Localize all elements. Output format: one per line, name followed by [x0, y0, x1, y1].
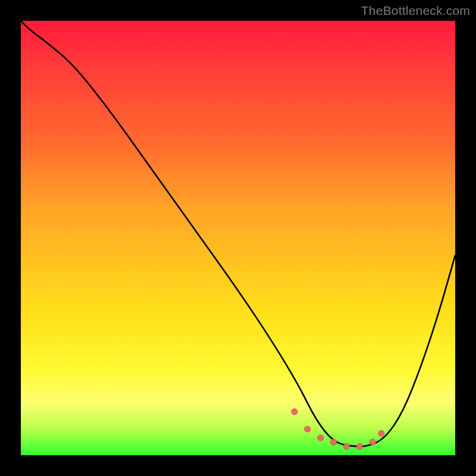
- chart-frame: TheBottleneck.com: [0, 0, 476, 476]
- bottleneck-curve-path: [21, 21, 455, 446]
- valley-marker: [369, 439, 375, 445]
- valley-marker: [378, 431, 384, 437]
- curve-layer: [21, 21, 455, 455]
- valley-marker: [344, 443, 350, 449]
- plot-area: [21, 21, 455, 455]
- valley-marker: [356, 443, 362, 449]
- valley-marker: [292, 409, 298, 415]
- watermark-text: TheBottleneck.com: [361, 4, 470, 18]
- valley-marker: [331, 439, 337, 445]
- valley-marker: [318, 435, 324, 441]
- valley-marker: [305, 426, 311, 432]
